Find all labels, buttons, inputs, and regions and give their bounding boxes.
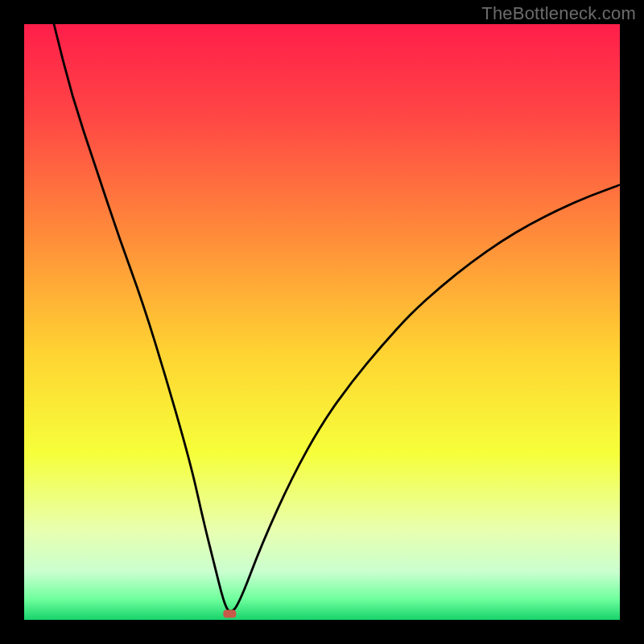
gradient-background [24, 24, 620, 620]
chart-root: TheBottleneck.com [0, 0, 644, 644]
plot-area [24, 24, 620, 620]
minimum-marker [223, 610, 236, 618]
watermark-label: TheBottleneck.com [481, 3, 636, 24]
chart-svg [24, 24, 620, 620]
